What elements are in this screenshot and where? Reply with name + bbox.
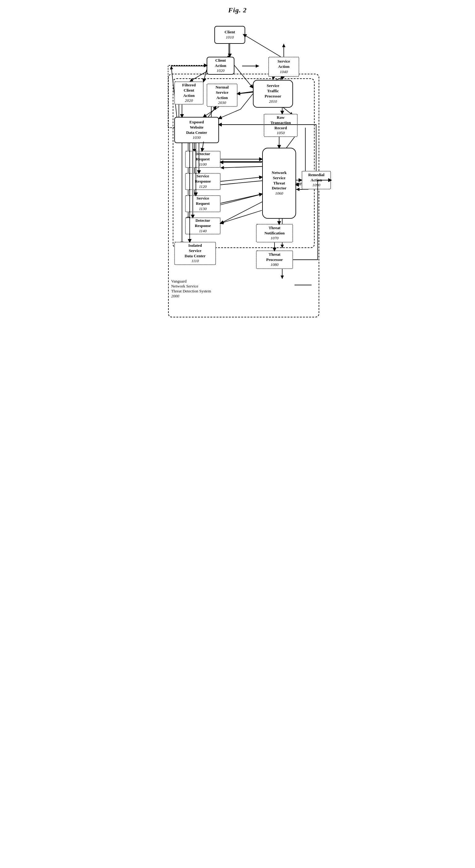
detector-response-node: Detector Response 1140 — [185, 217, 221, 235]
threat-notification-node: Threat Notification 1070 — [256, 224, 293, 243]
client-action-node: Client Action 1020 — [207, 57, 234, 75]
isolated-service-node: Isolated Service Data Center 1110 — [174, 242, 216, 265]
network-threat-detector-node: Network Service Threat Detector 1060 — [262, 148, 296, 219]
threat-processor-node: Threat Processor 1080 — [256, 250, 293, 269]
service-action-node: Service Action 1040 — [268, 57, 299, 77]
service-traffic-processor-node: Service Traffic Processor 2010 — [253, 80, 293, 107]
raw-transaction-node: Raw Transaction Record 1050 — [264, 114, 298, 137]
diagram: Client 1010 Client Action 1020 Service A… — [154, 20, 321, 322]
normal-service-action-node: Normal Service Action 2030 — [207, 84, 238, 107]
service-response-node: Service Response 1120 — [185, 173, 221, 190]
remedial-action-node: Remedial Action 1090 — [302, 171, 331, 189]
detector-request-node: Detector Request 1100 — [185, 151, 221, 168]
svg-line-35 — [244, 35, 281, 57]
vanguard-label: Vanguard Network Service Threat Detectio… — [171, 279, 211, 299]
exposed-website-node: Exposed Website Data Center 1030 — [174, 117, 219, 143]
filtered-client-action-node: Filtered Client Action 2020 — [174, 82, 203, 104]
page: Fig. 2 — [151, 6, 324, 322]
service-request-node: Service Request 1130 — [185, 195, 221, 212]
figure-title: Fig. 2 — [151, 6, 324, 14]
client-node: Client 1010 — [214, 26, 245, 44]
